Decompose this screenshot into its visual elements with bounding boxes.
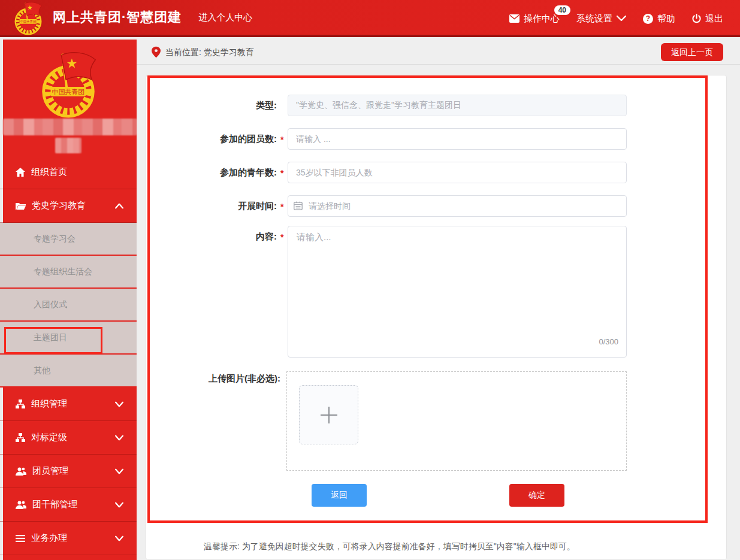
required-asterisk: * [280,128,283,151]
breadcrumb: 当前位置: 党史学习教育 [165,40,254,65]
upload-dropzone [286,371,627,471]
submenu-label: 主题团日 [34,332,67,343]
header-nav: 操作中心 40 系统设置 ? 帮助 退出 [509,0,723,37]
help-item[interactable]: ? 帮助 [643,13,675,25]
breadcrumb-bar: 当前位置: 党史学习教育 返回上一页 [137,40,740,65]
form-confirm-button[interactable]: 确定 [509,484,564,507]
sidebar-item-label: 对标定级 [31,432,67,443]
page: { "colors": { "header_red": "#e2231f", "… [0,0,740,560]
back-to-previous-button[interactable]: 返回上一页 [661,43,723,61]
party-history-submenu: 专题学习会 专题组织生活会 入团仪式 主题团日 其他 [0,223,137,388]
form-row-member-count: 参加的团员数: * [137,128,740,150]
footer-hint: 温馨提示: 为了避免因超时提交失败，可将录入内容提前准备好，填写时拷贝至"内容"… [204,540,575,552]
sidebar-item-label: 业务办理 [31,532,67,544]
member-count-field[interactable] [288,128,627,150]
emblem-banner-text: 中国共青团 [52,88,84,95]
time-label: 开展时间: [157,195,277,217]
sidebar-menu: 组织首页 党史学习教育 专题学习会 专题组织生活会 入团仪式 主题团日 [0,156,137,555]
sidebar: 中国共青团 组织首页 党史学习教育 专题学习会 专题组织 [0,40,137,560]
time-picker-field[interactable] [288,195,627,217]
form-back-button[interactable]: 返回 [312,484,367,507]
form-row-type: 类型: [137,95,740,116]
submenu-item-joining-ceremony[interactable]: 入团仪式 [0,289,137,322]
sidebar-item-business[interactable]: 业务办理 [0,522,137,555]
league-emblem-logo[interactable]: 中国共青团 [11,1,46,36]
emblem-banner-text: 中国共青团 [20,20,36,24]
submenu-item-special-study[interactable]: 专题学习会 [0,223,137,256]
sidebar-item-org-mgmt[interactable]: 组织管理 [0,388,137,421]
sidebar-item-label: 组织管理 [31,398,67,410]
operations-center-label: 操作中心 [524,13,560,25]
sidebar-item-party-history-edu[interactable]: 党史学习教育 [0,189,137,223]
envelope-icon [509,14,519,23]
enter-personal-center-link[interactable]: 进入个人中心 [198,12,252,23]
form-row-time: 开展时间: * [137,195,740,217]
youth-count-field[interactable] [288,162,627,183]
sidebar-item-member-mgmt[interactable]: 团员管理 [0,455,137,488]
sidebar-item-benchmark[interactable]: 对标定级 [0,421,137,455]
chevron-down-icon [115,401,123,407]
operations-center-item[interactable]: 操作中心 40 [509,13,560,25]
chevron-up-icon [115,203,123,208]
bars-icon [16,535,25,542]
upload-label: 上传图片(非必选): [157,373,280,385]
content-label: 内容: [157,226,277,247]
org-subname-redacted [55,138,81,153]
sidebar-item-cadre-mgmt[interactable]: 团干部管理 [0,488,137,522]
sitemap-icon [16,433,25,442]
sidebar-item-label: 团干部管理 [32,499,77,510]
question-circle-icon: ? [643,14,653,24]
chevron-down-icon [617,16,626,22]
chevron-down-icon [115,435,123,440]
submenu-label: 其他 [34,365,50,376]
system-settings-item[interactable]: 系统设置 [576,13,626,25]
submenu-item-org-life-meeting[interactable]: 专题组织生活会 [0,256,137,289]
sidebar-emblem: 中国共青团 [0,49,137,120]
main-content: 当前位置: 党史学习教育 返回上一页 类型: 参加的团员数: * 参加的青年数:… [137,40,740,560]
submenu-label: 专题学习会 [34,234,75,244]
home-icon [16,168,25,177]
top-header: 中国共青团 网上共青团·智慧团建 进入个人中心 操作中心 40 系统设置 ? 帮… [0,0,740,37]
char-counter: 0/300 [579,337,618,346]
operations-badge: 40 [554,5,570,15]
chevron-down-icon [115,502,123,507]
logout-item[interactable]: 退出 [692,13,723,25]
youth-count-label: 参加的青年数: [157,162,277,183]
sidebar-item-label: 党史学习教育 [32,200,86,211]
required-asterisk: * [280,162,283,184]
users-icon [16,501,26,509]
form-row-content: 内容: * 0/300 [137,226,740,358]
app-title: 网上共青团·智慧团建 [53,8,182,26]
folder-icon [16,202,26,210]
form-row-upload: 上传图片(非必选): [137,371,740,471]
required-asterisk: * [280,226,283,249]
type-field[interactable] [288,95,627,116]
system-settings-label: 系统设置 [576,13,612,25]
type-label: 类型: [157,95,277,116]
member-count-label: 参加的团员数: [157,128,277,150]
users-icon [16,467,26,476]
chevron-down-icon [115,535,123,541]
upload-add-tile[interactable] [299,385,358,444]
sitemap-icon [16,399,25,408]
submenu-label: 专题组织生活会 [34,267,92,277]
required-asterisk: * [280,195,283,218]
submenu-label: 入团仪式 [34,299,67,310]
power-icon [692,14,701,23]
org-name-redacted [3,119,137,135]
logout-label: 退出 [705,13,723,25]
help-label: 帮助 [657,13,675,25]
plus-icon [321,407,337,423]
sidebar-item-label: 团员管理 [32,465,68,477]
submenu-item-theme-league-day[interactable]: 主题团日 [0,322,137,355]
content-textarea[interactable] [288,226,627,358]
submenu-item-other[interactable]: 其他 [0,355,137,388]
sidebar-item-org-home[interactable]: 组织首页 [0,156,137,189]
sidebar-item-label: 组织首页 [31,167,67,178]
chevron-down-icon [115,468,123,474]
form-row-youth-count: 参加的青年数: * [137,162,740,183]
map-pin-icon [152,46,161,58]
